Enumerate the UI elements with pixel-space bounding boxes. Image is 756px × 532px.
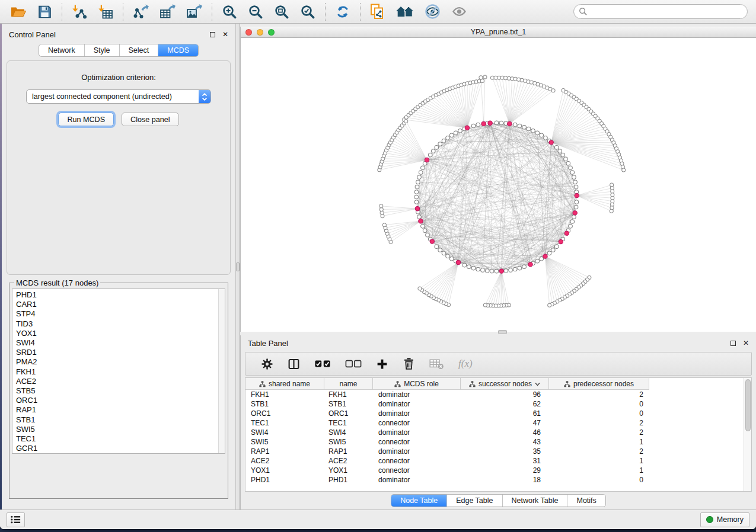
export-image-button[interactable]	[184, 3, 204, 21]
mcds-result-item[interactable]: STB5	[16, 386, 225, 396]
zoom-out-button[interactable]	[246, 3, 265, 21]
close-panel-icon[interactable]: ✕	[222, 31, 228, 38]
network-title: YPA_prune.txt_1	[241, 28, 756, 36]
hide-selected-button[interactable]	[423, 2, 442, 21]
memory-label: Memory	[717, 515, 744, 524]
close-panel-icon[interactable]: ✕	[743, 339, 749, 347]
save-session-button[interactable]	[36, 4, 54, 20]
splitter-handle[interactable]	[236, 262, 240, 271]
tab-style[interactable]: Style	[85, 44, 120, 56]
network-window: YPA_prune.txt_1	[240, 27, 756, 332]
open-file-button[interactable]	[8, 4, 28, 20]
column-header-mcds-role[interactable]: MCDS role	[373, 378, 461, 390]
table-cell: 43	[461, 438, 549, 446]
mcds-result-item[interactable]: STB1	[16, 415, 225, 425]
create-column-button[interactable]	[374, 357, 390, 371]
run-mcds-button[interactable]: Run MCDS	[58, 113, 114, 126]
tab-edge-table[interactable]: Edge Table	[447, 495, 502, 507]
unchecked-boxes-icon	[345, 358, 362, 369]
deselect-all-rows-button[interactable]	[343, 357, 363, 370]
mcds-result-item[interactable]: TID3	[16, 319, 225, 329]
table-row[interactable]: ACE2ACE2connector311	[245, 456, 649, 466]
zoom-selected-button[interactable]	[298, 3, 317, 21]
mcds-result-item[interactable]: PHD1	[16, 290, 225, 300]
search-icon	[579, 7, 588, 16]
mcds-result-item[interactable]: STP4	[16, 309, 225, 319]
export-image-icon	[186, 4, 202, 20]
close-panel-button[interactable]: Close panel	[122, 113, 179, 126]
vertical-splitter[interactable]	[235, 24, 240, 509]
table-cell: connector	[373, 466, 461, 475]
import-table-button[interactable]	[96, 3, 115, 21]
mcds-result-item[interactable]: SWI4	[16, 338, 225, 348]
mcds-result-item[interactable]: CAR1	[16, 300, 225, 309]
mcds-result-item[interactable]: GCR1	[16, 444, 225, 453]
table-row[interactable]: RAP1RAP1dominator352	[245, 447, 649, 456]
zoom-selected-icon	[300, 4, 315, 20]
column-header-predecessor-nodes[interactable]: predecessor nodes	[549, 378, 649, 390]
show-columns-button[interactable]	[286, 357, 302, 371]
float-window-icon[interactable]	[731, 341, 736, 346]
org-chart-icon	[394, 381, 401, 387]
clone-network-button[interactable]	[368, 2, 387, 21]
mcds-result-item[interactable]: SWI5	[16, 425, 225, 434]
table-cell: dominator	[373, 428, 461, 437]
splitter-handle[interactable]	[498, 330, 507, 334]
column-header-successor-nodes[interactable]: successor nodes	[461, 378, 549, 390]
mcds-result-item[interactable]: FKH1	[16, 367, 225, 377]
network-view[interactable]	[241, 38, 756, 332]
task-history-button[interactable]	[7, 512, 25, 527]
mcds-result-item[interactable]: RAP1	[16, 405, 225, 415]
network-canvas[interactable]	[241, 38, 756, 332]
tab-network-table[interactable]: Network Table	[503, 495, 568, 507]
mcds-list-scrollbar[interactable]	[218, 289, 225, 453]
select-all-rows-button[interactable]	[312, 357, 333, 370]
table-panel-title: Table Panel	[248, 339, 288, 348]
delete-column-button[interactable]	[401, 356, 417, 371]
table-row[interactable]: SWI4SWI4dominator462	[245, 428, 649, 437]
mcds-result-item[interactable]: SRD1	[16, 348, 225, 357]
mcds-result-item[interactable]: ORC1	[16, 396, 225, 405]
tab-select[interactable]: Select	[120, 44, 159, 56]
table-row[interactable]: PHD1PHD1dominator180	[245, 475, 649, 485]
table-scrollbar[interactable]	[744, 378, 751, 491]
zoom-fit-button[interactable]	[272, 3, 291, 21]
mcds-result-group: MCDS result (17 nodes) PHD1CAR1STP4TID3Y…	[9, 278, 228, 499]
zoom-in-button[interactable]	[220, 3, 239, 21]
table-row[interactable]: ORC1ORC1dominator610	[245, 409, 649, 418]
mcds-result-item[interactable]: PMA2	[16, 357, 225, 367]
tab-network[interactable]: Network	[39, 44, 85, 56]
float-window-icon[interactable]	[210, 32, 215, 37]
fx-icon: f(x)	[458, 358, 473, 370]
export-table-button[interactable]	[158, 3, 177, 21]
table-row[interactable]: STB1STB1dominator620	[245, 399, 649, 409]
scrollbar-thumb[interactable]	[745, 379, 751, 431]
import-network-button[interactable]	[70, 3, 89, 21]
mcds-result-item[interactable]: TEC1	[16, 434, 225, 444]
save-icon	[37, 5, 52, 19]
export-network-button[interactable]	[131, 3, 151, 21]
table-cell: FKH1	[245, 390, 324, 399]
column-header-shared-name[interactable]: shared name	[245, 378, 324, 390]
table-row[interactable]: FKH1FKH1dominator962	[245, 390, 649, 399]
mcds-result-item[interactable]: YOX1	[16, 329, 225, 338]
search-input[interactable]	[588, 6, 747, 18]
column-header-name[interactable]: name	[324, 378, 373, 390]
table-cell: STB1	[324, 400, 373, 408]
mcds-result-item[interactable]: ACE2	[16, 377, 225, 386]
horizontal-splitter[interactable]	[240, 332, 756, 335]
memory-button[interactable]: Memory	[700, 512, 749, 527]
table-row[interactable]: YOX1YOX1connector291	[245, 466, 649, 475]
first-neighbors-button[interactable]	[394, 4, 416, 20]
tab-motifs[interactable]: Motifs	[567, 495, 605, 507]
tab-node-table[interactable]: Node Table	[391, 495, 447, 507]
tab-mcds[interactable]: MCDS	[158, 44, 198, 56]
table-cell: 2	[549, 419, 649, 427]
table-settings-button[interactable]	[259, 357, 275, 371]
table-cell: 46	[461, 428, 549, 437]
table-row[interactable]: SWI5SWI5connector431	[245, 437, 649, 447]
table-cell: 1	[549, 466, 649, 475]
refresh-button[interactable]	[333, 3, 352, 21]
criterion-select[interactable]: largest connected component (undirected)	[26, 89, 211, 104]
table-row[interactable]: TEC1TEC1connector472	[245, 418, 649, 428]
